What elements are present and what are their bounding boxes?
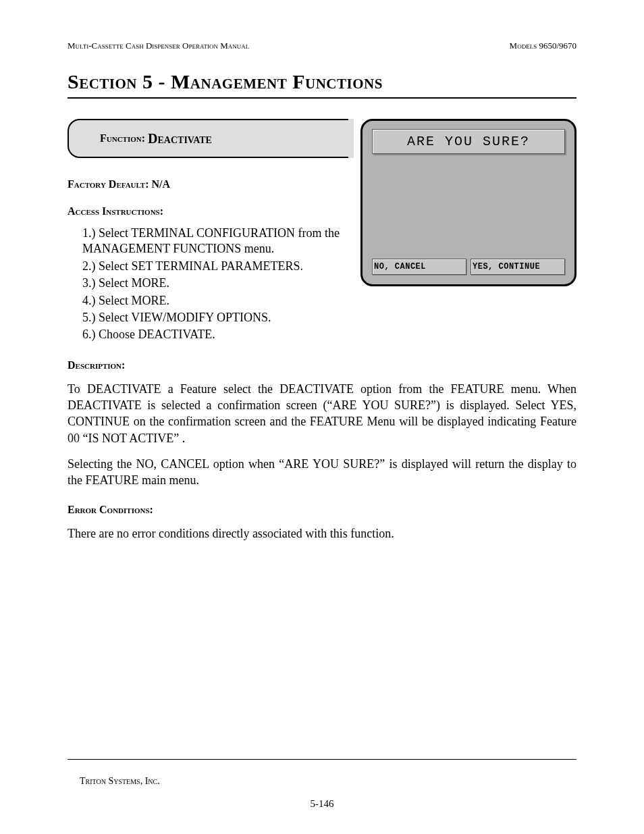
step-text: Select MORE. [99,294,169,307]
list-item: 4.) Select MORE. [82,293,352,309]
yes-continue-button[interactable]: YES, CONTINUE [471,259,565,275]
step-text: Select VIEW/MODIFY OPTIONS. [99,311,271,324]
list-item: 3.) Select MORE. [82,276,352,291]
running-head-right: Models 9650/9670 [510,41,576,51]
factory-default: Factory Default: N/A [68,178,352,190]
no-cancel-button[interactable]: NO, CANCEL [372,259,466,275]
footer-company: Triton Systems, Inc. [80,776,160,787]
manual-page: Multi-Cassette Cash Dispenser Operation … [0,0,644,834]
section-title: Section 5 - Management Functions [68,70,576,93]
step-text: Select SET TERMINAL PARAMETERS. [99,259,303,273]
list-item: 2.) Select SET TERMINAL PARAMETERS. [82,259,352,274]
list-item: 5.) Select VIEW/MODIFY OPTIONS. [82,310,352,325]
terminal-screen: ARE YOU SURE? NO, CANCEL YES, CONTINUE [360,119,576,286]
page-number: 5-146 [0,798,644,810]
description-heading: Description: [68,359,576,371]
access-instructions-list: 1.) Select TERMINAL CONFIGURATION from t… [68,226,352,343]
footer-rule [68,759,576,760]
step-text: Choose DEACTIVATE. [99,328,215,341]
factory-default-label: Factory Default: [68,178,149,190]
description-paragraph-1: To DEACTIVATE a Feature select the DEACT… [68,381,576,446]
screen-title: ARE YOU SURE? [372,129,565,154]
step-text: Select TERMINAL CONFIGURATION from the M… [82,226,340,255]
error-conditions-heading: Error Conditions: [68,504,576,516]
title-rule [68,97,576,99]
description-paragraph-2: Selecting the NO, CANCEL option when “AR… [68,456,576,489]
step-text: Select MORE. [99,276,169,290]
error-conditions-text: There are no error conditions directly a… [68,525,576,542]
running-head-left: Multi-Cassette Cash Dispenser Operation … [68,41,249,51]
list-item: 1.) Select TERMINAL CONFIGURATION from t… [82,226,352,257]
access-instructions-heading: Access Instructions: [68,205,352,217]
running-head: Multi-Cassette Cash Dispenser Operation … [68,41,576,51]
function-tab: Function: Deactivate [68,119,352,158]
function-label: Function: [100,132,145,145]
function-name: Deactivate [148,131,212,147]
factory-default-value: N/A [152,178,171,190]
list-item: 6.) Choose DEACTIVATE. [82,327,352,342]
